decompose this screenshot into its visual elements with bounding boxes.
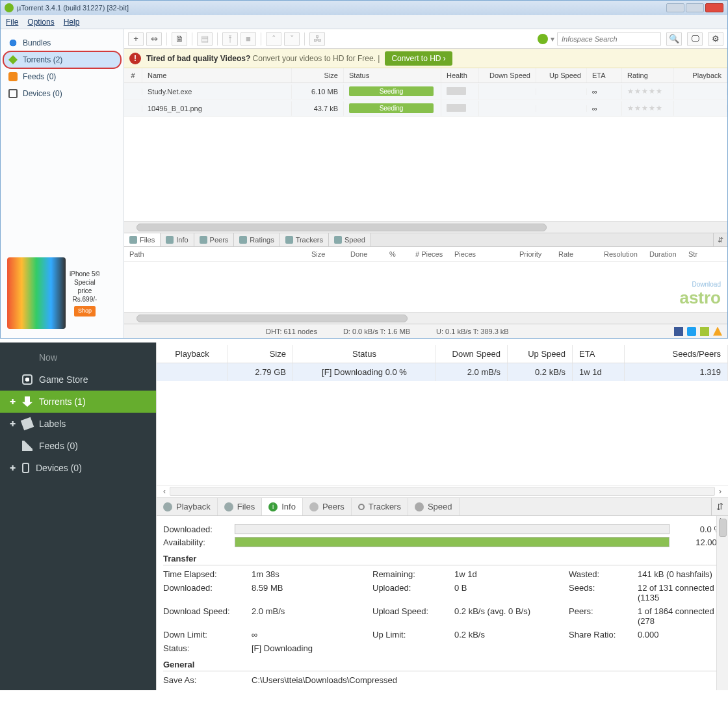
tab-files[interactable]: Files [218,498,262,515]
tab-info[interactable]: Info [161,233,194,246]
facebook-icon[interactable] [674,327,683,336]
scrollbar-thumb[interactable] [136,224,547,231]
vertical-scrollbar[interactable]: ˄ [716,516,728,690]
torrent-row[interactable]: Study.Net.exe 6.10 MB Seeding ∞ ★★★★★ [124,83,727,100]
sidebar-item-torrents[interactable]: ✚ Torrents (1) [0,391,156,413]
dropdown-caret-icon[interactable]: ▾ [551,34,554,44]
tab-info[interactable]: iInfo [262,498,303,515]
search-input[interactable] [557,32,661,45]
tab-peers[interactable]: Peers [194,233,235,246]
scrollbar-thumb[interactable] [136,315,408,322]
settings-button[interactable]: ⚙ [708,32,723,46]
col-size[interactable]: Size [306,247,345,261]
menu-options[interactable]: Options [27,18,54,27]
col-seedspeers[interactable]: Seeds/Peers [625,345,728,363]
tab-files[interactable]: Files [124,233,161,246]
expand-icon[interactable]: ✚ [9,398,16,406]
sidebar-item-feeds[interactable]: Feeds (0) [0,435,156,457]
tab-peers[interactable]: Peers [303,498,352,515]
col-upspeed[interactable]: Up Speed [536,68,587,83]
col-downspeed[interactable]: Down Speed [436,345,508,363]
sidebar-item-labels[interactable]: ✚ Labels [0,413,156,435]
create-torrent-button[interactable]: 🗎 [172,32,187,46]
col-name[interactable]: Name [142,68,292,83]
col-size[interactable]: Size [292,68,344,83]
warning-icon[interactable] [713,327,722,336]
sidebar-ad[interactable]: iPhone 5© Special price Rs.699/- Shop [3,253,121,333]
col-status[interactable]: Status [344,68,441,83]
expand-icon[interactable]: ✚ [9,464,16,472]
move-down-button[interactable]: ˅ [284,32,300,46]
col-health[interactable]: Health [441,68,479,83]
tab-ratings[interactable]: Ratings [234,233,280,246]
col-done[interactable]: Done [345,247,384,261]
android-icon[interactable] [700,327,709,336]
col-path[interactable]: Path [124,247,306,261]
col-eta[interactable]: ETA [587,68,622,83]
col-str[interactable]: Str [683,247,727,261]
col-size[interactable]: Size [228,345,293,363]
col-pct[interactable]: % [384,247,410,261]
search-button[interactable]: 🔍 [666,32,682,46]
start-button[interactable]: ⭱ [222,32,238,46]
scrollbar-thumb[interactable] [719,519,727,537]
scroll-left-icon[interactable]: ‹ [159,487,170,496]
col-priority[interactable]: Priority [514,247,553,261]
tab-playback[interactable]: Playback [157,498,218,515]
ad-button[interactable]: Shop [74,306,96,317]
col-resolution[interactable]: Resolution [599,247,644,261]
col-status[interactable]: Status [293,345,436,363]
sidebar-item-now[interactable]: Now [0,346,156,368]
horizontal-scrollbar[interactable] [124,312,727,324]
horizontal-scrollbar[interactable]: ‹ › [157,485,728,498]
col-eta[interactable]: ETA [573,345,625,363]
col-duration[interactable]: Duration [644,247,683,261]
scrollbar-track[interactable] [170,487,715,496]
expand-tabs-button[interactable]: ⇵ [711,498,728,515]
maximize-button[interactable] [686,3,704,12]
sidebar-item-gamestore[interactable]: Game Store [0,368,156,391]
menu-help[interactable]: Help [64,18,80,27]
menu-file[interactable]: File [6,18,18,27]
sidebar-item-devices[interactable]: Devices (0) [3,85,121,102]
k: Upload Speed: [372,606,450,626]
sidebar-label: Game Store [39,374,88,385]
horizontal-scrollbar[interactable] [124,221,727,233]
tab-speed[interactable]: Speed [329,233,371,246]
close-button[interactable] [705,3,723,12]
tab-trackers[interactable]: Trackers [352,498,408,515]
scroll-right-icon[interactable]: › [715,487,725,496]
col-downspeed[interactable]: Down Speed [479,68,536,83]
remote-button[interactable]: 🖧 [309,32,325,46]
tab-trackers[interactable]: Trackers [280,233,329,246]
sidebar-item-torrents[interactable]: Torrents (2) [3,51,121,68]
col-upspeed[interactable]: Up Speed [508,345,573,363]
window-titlebar[interactable]: µTorrent 3.4.1 (build 31227) [32-bit] [1,1,727,15]
add-torrent-button[interactable]: + [128,32,144,46]
twitter-icon[interactable] [687,327,696,336]
move-up-button[interactable]: ˄ [266,32,281,46]
remove-button[interactable]: ▤ [197,32,213,46]
col-playback[interactable]: Playback [157,345,228,363]
transfer-grid: Time Elapsed:1m 38s Remaining:1w 1d Wast… [163,569,722,653]
expand-icon[interactable]: ✚ [9,420,16,428]
col-pieces[interactable]: Pieces [449,247,514,261]
sidebar-item-bundles[interactable]: Bundles [3,34,121,51]
minimize-button[interactable] [666,3,684,12]
torrent-row[interactable]: 10496_B_01.png 43.7 kB Seeding ∞ ★★★★★ [124,100,727,117]
search-provider-icon[interactable] [538,34,548,44]
stop-button[interactable]: ■ [240,32,256,46]
tab-speed[interactable]: Speed [408,498,460,515]
sidebar-item-devices[interactable]: ✚ Devices (0) [0,457,156,479]
expand-tabs-button[interactable]: ⇵ [713,233,727,246]
col-rating[interactable]: Rating [622,68,674,83]
convert-hd-button[interactable]: Convert to HD › [385,51,452,66]
sidebar-item-feeds[interactable]: Feeds (0) [3,68,121,85]
col-rate[interactable]: Rate [553,247,599,261]
col-playback[interactable]: Playback [674,68,727,83]
torrent-row[interactable]: 2.79 GB [F] Downloading 0.0 % 2.0 mB/s 0… [157,363,728,381]
col-num[interactable]: # [124,68,142,83]
col-npieces[interactable]: # Pieces [410,247,449,261]
playback-button[interactable]: 🖵 [687,32,703,46]
add-url-button[interactable]: ⇔ [146,32,162,46]
